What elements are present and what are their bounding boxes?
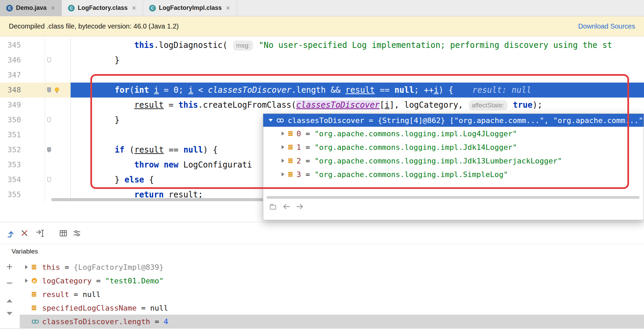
variable-row[interactable]: plogCategory = "test01.Demo" (20, 274, 644, 287)
line-number[interactable]: 348 (0, 83, 45, 98)
remove-button[interactable] (4, 278, 15, 288)
code-token: .logDiagnostic( (154, 40, 232, 50)
equals-sign: = (301, 143, 315, 152)
scroll-up-button[interactable] (4, 296, 15, 306)
chevron-right-icon[interactable] (282, 172, 284, 176)
array-value: "org.apache.commons.logging.impl.Jdk14Lo… (315, 143, 517, 152)
step-out-button[interactable] (4, 226, 18, 240)
equals-sign: = (60, 263, 74, 271)
variable-icon-cell (31, 292, 42, 297)
gutter-cell[interactable] (45, 142, 71, 157)
code-token: ], logCategory, (390, 100, 468, 110)
debugger-inline-hint: result: null (472, 85, 531, 95)
gutter-cell[interactable] (45, 157, 71, 172)
variable-value: 4 (164, 317, 168, 326)
close-icon[interactable] (226, 5, 231, 11)
gutter-cell[interactable] (45, 53, 71, 68)
popup-row[interactable]: 0 = "org.apache.commons.logging.impl.Log… (263, 127, 644, 140)
line-number[interactable]: 354 (0, 172, 45, 187)
tab-logfactory-class[interactable]: CLogFactory.class (62, 0, 143, 16)
line-number[interactable]: 353 (0, 157, 45, 172)
download-sources-link[interactable]: Download Sources (578, 22, 635, 30)
scroll-down-button[interactable] (4, 309, 15, 319)
line-number[interactable]: 355 (0, 187, 45, 202)
gutter-cell[interactable] (45, 112, 71, 127)
variable-value: null (83, 290, 101, 299)
variable-row[interactable]: this = {LogFactoryImpl@839} (20, 260, 644, 274)
code-token: ; (178, 85, 188, 95)
line-number[interactable]: 350 (0, 112, 45, 127)
popup-equals: = (364, 116, 378, 125)
forward-arrow-icon[interactable] (296, 202, 304, 211)
line-number[interactable]: 346 (0, 53, 45, 68)
variable-name: logCategory (42, 277, 92, 285)
equals-sign: = (301, 129, 315, 138)
line-number[interactable]: 351 (0, 127, 45, 142)
code-token (159, 160, 163, 170)
line-number[interactable]: 352 (0, 142, 45, 157)
close-icon[interactable] (131, 5, 137, 11)
bookmark-icon (47, 147, 51, 153)
expand-toggle[interactable] (22, 279, 31, 283)
filter-button[interactable] (70, 226, 84, 240)
horizontal-scrollbar[interactable] (51, 198, 269, 201)
popup-row[interactable]: 2 = "org.apache.commons.logging.impl.Jdk… (263, 154, 644, 168)
code-token: == (164, 145, 183, 155)
chevron-down-icon[interactable] (269, 119, 273, 122)
popup-footer (269, 202, 304, 211)
code-token: new (164, 160, 178, 170)
variable-row[interactable]: specifiedLogClassName = null (20, 301, 644, 315)
options-icon[interactable] (269, 203, 277, 211)
tab-logfactoryimpl-class[interactable]: CLogFactoryImpl.class (143, 0, 237, 16)
chevron-right-icon[interactable] (282, 132, 284, 136)
chevron-right-icon[interactable] (25, 279, 28, 283)
chevron-right-icon[interactable] (282, 159, 284, 163)
scroll-up-icon (6, 299, 13, 303)
code-token: ( (129, 85, 134, 95)
code-line[interactable] (71, 68, 644, 83)
code-line[interactable]: this.logDiagnostic( msg: "No user-specif… (71, 38, 644, 53)
add-button[interactable] (4, 262, 15, 272)
run-to-cursor-icon (36, 229, 45, 238)
gutter-cell[interactable] (45, 98, 71, 112)
drop-frame-button[interactable] (18, 226, 31, 240)
gutter-cell[interactable] (45, 68, 71, 83)
code-token: { (144, 175, 154, 185)
variable-row[interactable]: classesToDiscover.length = 4 (20, 315, 644, 328)
popup-row[interactable]: 1 = "org.apache.commons.logging.impl.Jdk… (263, 140, 644, 154)
code-token: i (434, 85, 439, 95)
gutter-cell[interactable] (45, 38, 71, 53)
code-row: 349result = this.createLogFromClass(clas… (0, 98, 644, 112)
back-arrow-icon[interactable] (282, 202, 291, 211)
array-value: "org.apache.commons.logging.impl.Jdk13Lu… (315, 157, 562, 165)
vars-controls (0, 262, 19, 319)
variable-name: specifiedLogClassName (42, 304, 137, 312)
variable-row[interactable]: result = null (20, 287, 644, 301)
line-number[interactable]: 349 (0, 98, 45, 112)
popup-row[interactable]: 3 = "org.apache.commons.logging.impl.Sim… (263, 168, 644, 181)
popup-row-text: 2 = "org.apache.commons.logging.impl.Jdk… (297, 157, 562, 165)
chevron-right-icon[interactable] (282, 145, 284, 149)
code-line[interactable]: } (71, 53, 644, 68)
code-token: null (394, 85, 414, 95)
code-line[interactable]: result = this.createLogFromClass(classes… (71, 98, 644, 112)
tab-demo-java[interactable]: CDemo.java (0, 0, 62, 16)
popup-scrollbar[interactable] (267, 196, 640, 199)
gutter-cell[interactable] (45, 127, 71, 142)
close-icon[interactable] (50, 5, 55, 11)
line-number[interactable]: 345 (0, 38, 45, 53)
gutter-cell[interactable] (45, 83, 71, 98)
chevron-right-icon[interactable] (25, 265, 28, 269)
tab-label: LogFactory.class (78, 4, 128, 12)
line-number[interactable]: 347 (0, 68, 45, 83)
code-line[interactable]: for(int i = 0; i < classesToDiscover.len… (71, 83, 644, 98)
run-to-cursor-button[interactable] (33, 226, 47, 240)
intention-bulb-icon[interactable] (54, 87, 60, 93)
popup-header-row[interactable]: classesToDiscover = {String[4]@862} ["or… (263, 114, 644, 127)
code-token: i (154, 85, 159, 95)
gutter-cell[interactable] (45, 172, 71, 187)
watch-icon (31, 319, 39, 324)
table-view-button[interactable] (56, 226, 70, 240)
tab-label: LogFactoryImpl.class (159, 4, 222, 12)
expand-toggle[interactable] (22, 265, 31, 269)
